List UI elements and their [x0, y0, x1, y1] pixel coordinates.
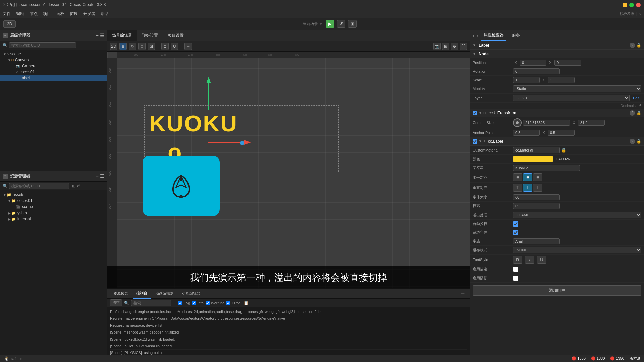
overflow-dropdown[interactable]: CLAMP SHRINK RESIZE_HEIGHT NONE [513, 212, 641, 218]
fullscreen-btn[interactable]: ⛶ [460, 43, 467, 50]
clear-btn[interactable]: 清空 [110, 299, 122, 306]
uitransform-lock-icon[interactable]: 🔒 [636, 111, 641, 115]
assets-item-internal[interactable]: ▶ 📁 internal [0, 216, 107, 222]
play-button[interactable]: ▶ [326, 20, 334, 28]
rect-tool-btn[interactable]: ⊡ [148, 43, 155, 50]
assets-item-ysbth[interactable]: ▶ 📁 ysbth [0, 210, 107, 216]
assets-add-btn[interactable]: + [96, 173, 99, 179]
mobility-dropdown[interactable]: Static [513, 85, 641, 92]
tab-asset-preview[interactable]: 资源预览 [110, 289, 131, 299]
scale-tool-btn[interactable]: □ [138, 43, 146, 50]
tree-arrow-scene[interactable]: ▼ [3, 52, 7, 56]
hierarchy-search-input[interactable] [9, 42, 76, 48]
tab-console[interactable]: 控制台 [133, 289, 151, 299]
assets-search-input[interactable] [9, 183, 69, 189]
assets-sort-btn[interactable]: ⊞ [72, 184, 75, 188]
font-underline-btn[interactable]: U [537, 256, 546, 264]
v-align-center-btn[interactable]: ⊥ [523, 184, 532, 192]
hierarchy-add-btn[interactable]: + [96, 33, 99, 39]
camera-btn[interactable]: 📷 [433, 43, 441, 50]
menu-file[interactable]: 文件 [3, 11, 11, 17]
assets-item-cocos01[interactable]: ▼ 📁 cocos01 [0, 198, 107, 204]
label-lock-icon[interactable]: 🔒 [636, 43, 641, 48]
props-nav-back[interactable]: ‹ [473, 33, 474, 38]
move-tool-btn[interactable]: ⊕ [119, 43, 127, 50]
menu-project[interactable]: 项目 [43, 11, 51, 17]
scene-2d-btn[interactable]: 2D [110, 43, 117, 50]
filter-warning-check[interactable] [206, 301, 210, 305]
layer-dropdown[interactable]: UI_2D [513, 95, 630, 101]
tree-item-cocos01[interactable]: ▶ ○ cocos01 [0, 69, 107, 75]
font-italic-btn[interactable]: I [525, 256, 534, 264]
layout-button[interactable]: ⊞ [348, 20, 357, 28]
auto-wrap-check[interactable] [513, 221, 518, 227]
assets-refresh-btn[interactable]: ↺ [77, 184, 80, 188]
cclabel-help-icon[interactable]: ? [630, 139, 635, 144]
console-copy-icon[interactable]: 📋 [244, 301, 249, 305]
add-component-btn[interactable]: 添加组件 [473, 285, 641, 296]
extra-btn[interactable]: ↔ [184, 43, 192, 50]
grid-btn[interactable]: ⊞ [442, 43, 449, 50]
tree-arrow-cocos01-assets[interactable]: ▼ [7, 199, 11, 203]
tree-item-scene[interactable]: ▼ ○ scene [0, 51, 107, 57]
filter-warning[interactable]: Warning [206, 301, 225, 305]
uitransform-section-header[interactable]: ▼ ⊡ cc.UITransform ? 🔒 [470, 109, 644, 117]
cclabel-check[interactable] [473, 139, 477, 144]
anchor-y-input[interactable] [548, 130, 575, 136]
mode-2d-btn[interactable]: 2D [3, 20, 16, 28]
font-input[interactable] [513, 165, 580, 171]
material-lock-icon[interactable]: 🔒 [561, 148, 566, 153]
v-align-bottom-btn[interactable]: ⊥ [533, 184, 542, 192]
layer-edit-btn[interactable]: Edit [631, 95, 641, 101]
filter-info[interactable]: Info [192, 301, 203, 305]
anchor-x-input[interactable] [513, 130, 540, 136]
scene-view[interactable]: 350 400 450 500 550 600 650 800 750 700 … [107, 52, 470, 288]
font-size-input[interactable] [513, 194, 560, 200]
publish-btn[interactable]: 积极发布 [620, 11, 634, 16]
menu-panel[interactable]: 面板 [56, 11, 64, 17]
assets-menu-btn[interactable]: ☰ [100, 173, 104, 179]
tree-item-label[interactable]: ▶ T Label [0, 75, 107, 81]
content-size-x-input[interactable] [523, 120, 570, 126]
cclabel-section-header[interactable]: ▼ T cc.Label ? 🔒 [470, 137, 644, 146]
label-help-icon[interactable]: ? [630, 43, 635, 48]
tree-arrow-assets[interactable]: ▼ [3, 193, 7, 197]
hierarchy-menu-btn[interactable]: ☰ [100, 33, 104, 39]
tab-inspector[interactable]: 属性检查器 [481, 30, 506, 41]
tree-arrow-internal[interactable]: ▶ [7, 217, 11, 221]
uitransform-help-icon[interactable]: ? [630, 110, 635, 116]
font-family-input[interactable] [513, 238, 560, 244]
position-x-input[interactable] [520, 60, 546, 66]
assets-item-assets[interactable]: ▼ 📁 assets [0, 192, 107, 198]
filter-info-check[interactable] [192, 301, 196, 305]
node-section-header[interactable]: ▼ Node [470, 50, 644, 58]
cclabel-lock-icon[interactable]: 🔒 [636, 139, 641, 144]
menu-edit[interactable]: 编辑 [16, 11, 24, 17]
filter-error[interactable]: Error [226, 301, 240, 305]
tab-animation-editor[interactable]: 动画编辑器 [152, 289, 177, 299]
tree-arrow-canvas[interactable]: ▼ [7, 58, 11, 62]
color-swatch[interactable] [513, 156, 553, 162]
menu-dev[interactable]: 开发者 [83, 11, 95, 17]
menu-help[interactable]: 帮助 [101, 11, 109, 17]
rotate-tool-btn[interactable]: ↺ [129, 43, 136, 50]
close-button[interactable] [636, 3, 641, 7]
tab-preferences[interactable]: 预好设置 [137, 30, 163, 41]
tab-scene-editor[interactable]: 场景编辑器 [107, 30, 137, 41]
content-size-drag-handle[interactable] [513, 118, 522, 127]
font-bold-btn[interactable]: B [513, 256, 522, 264]
shadow-check[interactable] [513, 276, 518, 281]
minimize-button[interactable] [623, 3, 627, 7]
filter-log[interactable]: Log [178, 301, 190, 305]
u-btn[interactable]: U [171, 43, 178, 50]
label-section-header[interactable]: ▼ Label ? 🔒 [470, 41, 644, 50]
snap-btn[interactable]: ⊙ [161, 43, 169, 50]
tree-item-camera[interactable]: ▶ 📷 Camera [0, 63, 107, 69]
tree-item-canvas[interactable]: ▼ □ Canvas [0, 57, 107, 63]
line-height-input[interactable] [513, 203, 560, 209]
outline-check[interactable] [513, 267, 518, 272]
h-align-center-btn[interactable]: ≡ [523, 173, 532, 181]
maximize-button[interactable] [629, 3, 634, 7]
tree-arrow-ysbth[interactable]: ▶ [7, 211, 11, 215]
tab-services[interactable]: 服务 [509, 30, 523, 41]
